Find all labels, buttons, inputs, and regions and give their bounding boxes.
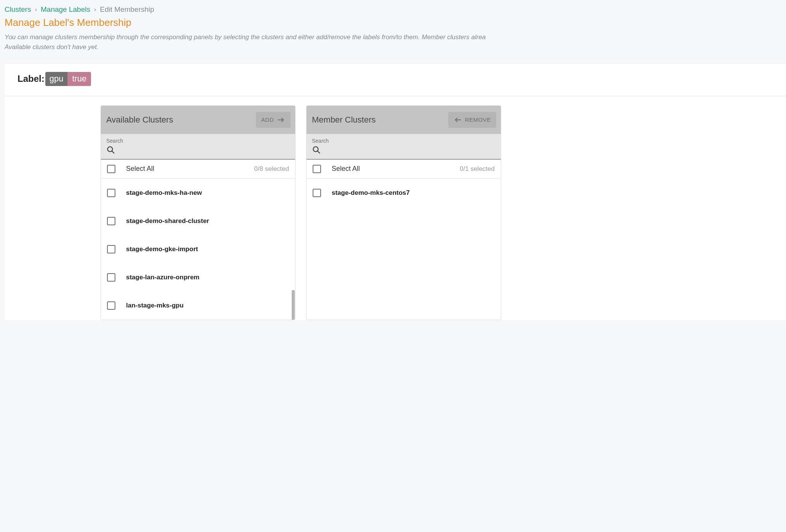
subtitle-line2: Available clusters don't have yet. — [5, 42, 786, 52]
remove-button-label: Remove — [465, 116, 491, 123]
member-items-list: stage-demo-mks-centos7 — [307, 179, 501, 207]
arrow-right-icon — [277, 116, 285, 124]
item-label: stage-lan-azure-onprem — [126, 274, 200, 281]
remove-button[interactable]: Remove — [448, 112, 496, 128]
svg-line-2 — [112, 151, 114, 153]
available-panel-title: Available Clusters — [106, 115, 173, 125]
available-select-all-label: Select All — [126, 165, 243, 173]
member-select-all-row: Select All 0/1 selected — [307, 159, 501, 179]
item-checkbox[interactable] — [107, 189, 115, 197]
panels-container: Available Clusters Add Search Select All… — [5, 96, 786, 320]
breadcrumb-separator-icon: › — [94, 6, 96, 13]
item-checkbox[interactable] — [107, 273, 115, 282]
list-item[interactable]: stage-demo-shared-cluster — [101, 207, 295, 235]
item-checkbox[interactable] — [107, 217, 115, 225]
label-tag: gpu true — [45, 72, 91, 86]
list-item[interactable]: stage-demo-mks-ha-new — [101, 179, 295, 207]
available-select-all-checkbox[interactable] — [107, 165, 115, 173]
label-key: gpu — [45, 72, 68, 86]
subtitle-line1: You can manage clusters membership throu… — [5, 33, 486, 41]
member-select-all-checkbox[interactable] — [313, 165, 321, 173]
item-label: stage-demo-mks-centos7 — [332, 189, 410, 197]
label-card: Label: gpu true — [5, 63, 786, 96]
item-label: stage-demo-gke-import — [126, 245, 198, 253]
page-subtitle: You can manage clusters membership throu… — [5, 32, 786, 53]
breadcrumb: Clusters › Manage Labels › Edit Membersh… — [5, 5, 786, 14]
svg-point-4 — [313, 147, 318, 151]
breadcrumb-clusters[interactable]: Clusters — [5, 5, 31, 14]
add-button-label: Add — [261, 116, 274, 123]
scrollbar-thumb[interactable] — [292, 290, 295, 320]
list-item[interactable]: stage-demo-mks-centos7 — [307, 179, 501, 207]
breadcrumb-separator-icon: › — [35, 6, 37, 13]
item-label: stage-demo-mks-ha-new — [126, 189, 202, 197]
member-select-all-label: Select All — [332, 165, 449, 173]
available-search-input[interactable] — [118, 147, 290, 153]
member-search-input[interactable] — [323, 147, 495, 153]
member-selected-count: 0/1 selected — [460, 165, 495, 173]
label-value: true — [67, 72, 91, 86]
page-title: Manage Label's Membership — [5, 17, 786, 29]
svg-line-5 — [318, 151, 320, 153]
add-button[interactable]: Add — [256, 112, 291, 128]
item-checkbox[interactable] — [107, 245, 115, 253]
breadcrumb-manage-labels[interactable]: Manage Labels — [41, 5, 90, 14]
list-item[interactable]: stage-lan-azure-onprem — [101, 263, 295, 291]
available-select-all-row: Select All 0/8 selected — [101, 159, 295, 179]
item-label: lan-stage-mks-gpu — [126, 302, 184, 309]
member-panel-header: Member Clusters Remove — [307, 106, 501, 134]
available-items-list: stage-demo-mks-ha-new stage-demo-shared-… — [101, 179, 295, 320]
list-item[interactable]: lan-stage-mks-gpu — [101, 291, 295, 320]
member-search: Search — [307, 134, 501, 159]
available-clusters-panel: Available Clusters Add Search Select All… — [101, 105, 296, 320]
search-icon — [312, 145, 321, 155]
search-icon — [106, 145, 115, 155]
list-item[interactable]: stage-demo-gke-import — [101, 235, 295, 263]
member-clusters-panel: Member Clusters Remove Search Select All… — [306, 105, 501, 320]
svg-point-1 — [108, 147, 113, 151]
member-panel-title: Member Clusters — [312, 115, 375, 125]
arrow-left-icon — [454, 116, 462, 124]
available-search: Search — [101, 134, 295, 159]
member-search-label: Search — [312, 138, 495, 144]
item-checkbox[interactable] — [313, 189, 321, 197]
available-selected-count: 0/8 selected — [254, 165, 289, 173]
available-search-label: Search — [106, 138, 290, 144]
breadcrumb-current: Edit Membership — [100, 5, 154, 14]
available-panel-header: Available Clusters Add — [101, 106, 295, 134]
item-label: stage-demo-shared-cluster — [126, 217, 209, 225]
label-prefix: Label: — [18, 73, 45, 84]
item-checkbox[interactable] — [107, 301, 115, 310]
